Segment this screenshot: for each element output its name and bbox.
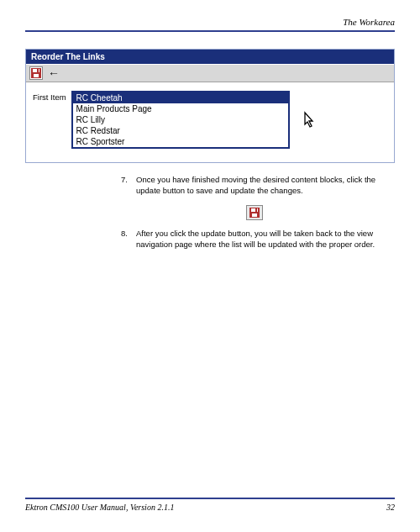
list-item[interactable]: Main Products Page [73,103,288,114]
footer-left: Ektron CMS100 User Manual, Version 2.1.1 [25,503,174,512]
links-listbox[interactable]: RC Cheetah Main Products Page RC Lilly R… [71,91,290,149]
reorder-links-figure: Reorder The Links ← First Item RC Cheeta… [25,49,395,163]
floppy-icon [31,68,41,78]
figure-body: First Item RC Cheetah Main Products Page… [26,82,394,162]
step-7: 7. Once you have finished moving the des… [114,175,395,197]
step-8: 8. After you click the update button, yo… [114,229,395,250]
step-number: 8. [114,229,128,250]
toolbar: ← [26,64,394,82]
page-header: The Workarea [25,17,395,32]
svg-rect-6 [252,213,257,217]
save-button[interactable] [29,66,43,80]
window-title: Reorder The Links [31,52,105,61]
back-button[interactable]: ← [46,67,61,79]
list-item[interactable]: RC Cheetah [73,92,288,103]
svg-rect-3 [37,69,39,72]
svg-rect-2 [34,74,39,77]
list-item[interactable]: RC Redstar [73,125,288,136]
svg-rect-7 [255,208,257,212]
step-list: 7. Once you have finished moving the des… [114,175,395,250]
step-text: Once you have finished moving the desire… [136,175,395,197]
floppy-icon [249,208,260,218]
inline-update-button-row [114,205,395,221]
page-footer: Ektron CMS100 User Manual, Version 2.1.1… [25,498,395,512]
footer-page-number: 32 [386,503,395,512]
first-item-label: First Item [33,91,66,102]
list-item[interactable]: RC Sportster [73,136,288,147]
cursor-icon [300,111,318,134]
window-titlebar: Reorder The Links [26,50,394,64]
step-number: 7. [114,175,128,197]
section-title: The Workarea [343,17,395,27]
step-text: After you click the update button, you w… [136,229,395,250]
update-button[interactable] [246,205,263,220]
list-item[interactable]: RC Lilly [73,114,288,125]
